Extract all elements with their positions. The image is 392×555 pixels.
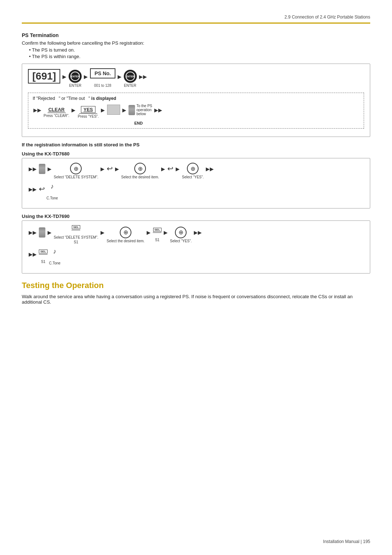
ps-no-box: PS No.	[90, 68, 115, 78]
double-arrow-3: ▶▶	[154, 107, 162, 113]
ctone-item-2: ♪ C.Tone	[49, 248, 61, 265]
testing-operation-body: Walk around the service area while havin…	[22, 294, 370, 305]
sel-s1-1: SEL Select “DELETE SYSTEM”. S1	[54, 225, 98, 244]
td7690-row1: ▶▶ ▶ SEL Select “DELETE SYSTEM”. S1 ▶	[28, 225, 364, 244]
if-text: If "Rejected " or "Time out " is display…	[33, 96, 116, 101]
clear-label: CLEAR	[48, 107, 65, 112]
da-6: ▶▶	[29, 251, 37, 257]
page-footer: Installation Manual | 195	[323, 539, 370, 544]
sel-s1-3: SEL S1	[39, 250, 48, 264]
using-kx-td7680-heading: Using the KX-TD7680	[22, 151, 370, 157]
select-delete: Select “DELETE SYSTEM”.	[54, 175, 98, 179]
da-3: ▶▶	[29, 186, 37, 192]
page-header: 2.9 Connection of 2.4 GHz Portable Stati…	[22, 15, 370, 24]
press-yes-label: Press “YES”.	[78, 114, 99, 118]
ctone-item: ♪ C.Tone	[46, 183, 58, 200]
a-2: ▶	[101, 166, 105, 172]
arrow-5: ▶	[101, 107, 105, 113]
confirm-icon-2: ↩	[167, 164, 173, 178]
select-delete-2: Select “DELETE SYSTEM”.	[54, 235, 98, 239]
s1-label-2: S1	[155, 238, 159, 242]
arrow-4: ▶	[72, 107, 75, 113]
main-flow-row: [691] ▶ ENTER ENTER ▶ PS No. 001 to 128	[28, 68, 364, 89]
range-text: 001 to 128	[94, 84, 111, 88]
nav-icon-1: ⊕ Select “DELETE SYSTEM”.	[54, 163, 98, 179]
nav-icon-2: ⊕ Select the desired item.	[121, 163, 159, 179]
footer-page: 195	[363, 539, 370, 544]
select-desired: Select the desired item.	[121, 175, 159, 179]
if-condition-text: If "Rejected " or "Time out " is display…	[33, 96, 359, 101]
sel-s1-2: SEL S1	[153, 228, 162, 242]
arrow-2: ▶	[84, 74, 88, 80]
confirm-icon-3: ↩	[39, 185, 45, 198]
da-5: ▶▶	[194, 230, 202, 235]
td7680-row1: ▶▶ ▶ ⊕ Select “DELETE SYSTEM”. ▶ ↩ ▶	[28, 163, 364, 179]
arrow-1: ▶	[62, 74, 66, 80]
yes-item: YES Press “YES”.	[78, 106, 99, 118]
double-arrow-2: ▶▶	[33, 107, 41, 113]
scroll-icon-1: ⊕	[70, 163, 82, 174]
clear-item: CLEAR Press “CLEAR”.	[44, 107, 69, 118]
select-yes: Select “YES”.	[182, 175, 204, 179]
diagram-1: [691] ▶ ENTER ENTER ▶ PS No. 001 to 128	[22, 64, 370, 137]
arrow-6: ▶	[122, 107, 126, 113]
ctone-icon-2: ♪	[53, 248, 56, 255]
ps-no-item: PS No. 001 to 128	[90, 68, 115, 89]
a-3: ▶	[115, 166, 119, 172]
if-condition-box: If "Rejected " or "Time out " is display…	[28, 93, 364, 129]
phone-icon-2	[39, 227, 45, 238]
sel-container-2: SEL	[153, 228, 162, 233]
scroll-icon-2: ⊕	[134, 163, 146, 174]
ps-termination-section: PS Termination Confirm the following bef…	[22, 32, 370, 274]
a-8: ▶	[147, 230, 151, 235]
select-yes-2: Select “YES”.	[170, 239, 192, 243]
to-ps-item: To the PSoperationbelow	[136, 104, 152, 120]
key-691: [691]	[28, 69, 60, 84]
if-stored-heading: If the registration information is still…	[22, 142, 370, 147]
s1-label-3: S1	[41, 260, 45, 264]
a-6: ▶	[48, 230, 52, 235]
testing-operation-heading: Testing the Operation	[22, 281, 370, 290]
s1-label-1: S1	[74, 240, 78, 244]
sel-btn-3: SEL	[39, 250, 48, 254]
ps-termination-heading: PS Termination	[22, 32, 370, 38]
using-kx-td7690-heading: Using the KX-TD7690	[22, 214, 370, 219]
testing-operation-section: Testing the Operation Walk around the se…	[22, 281, 370, 305]
ctone-label-2: C.Tone	[49, 261, 61, 265]
phone-item	[128, 105, 135, 119]
a-7: ▶	[101, 230, 105, 235]
section-reference: 2.9 Connection of 2.4 GHz Portable Stati…	[285, 15, 370, 20]
enter-btn-2: ENTER ENTER	[124, 70, 137, 88]
select-desired-2: Select the desired item.	[107, 239, 145, 243]
ctone-icon: ♪	[50, 183, 54, 190]
blank-box	[107, 105, 120, 120]
footer-text: Installation Manual	[323, 539, 359, 544]
ctone-label: C.Tone	[46, 196, 58, 200]
phone-item-1	[39, 164, 45, 178]
scroll-icon-3: ⊕	[187, 163, 199, 174]
press-clear-label: Press “CLEAR”.	[44, 114, 69, 118]
diagram-3: ▶▶ ▶ SEL Select “DELETE SYSTEM”. S1 ▶	[22, 220, 370, 274]
phone-icon	[128, 105, 135, 115]
sel-btn-2: SEL	[153, 228, 162, 232]
enter-label-2: ENTER	[124, 84, 136, 88]
a-4: ▶	[161, 166, 165, 172]
scroll-icon-4: ⊕	[120, 227, 131, 238]
phone-icon-1	[39, 164, 45, 174]
arrow-3: ▶	[118, 74, 122, 80]
ps-termination-bullets: The PS is turned on. The PS is within ra…	[29, 47, 370, 59]
yes-label: YES	[81, 106, 95, 113]
a-9: ▶	[164, 230, 168, 235]
td7680-row2: ▶▶ ↩ ♪ C.Tone	[28, 183, 364, 200]
sel-container-3: SEL	[39, 250, 48, 255]
da-4: ▶▶	[29, 230, 37, 235]
nav-icon-3: ⊕ Select “YES”.	[182, 163, 204, 179]
a-1: ▶	[48, 166, 52, 172]
confirm-icon-1: ↩	[107, 164, 113, 178]
sel-container-1: SEL	[72, 225, 80, 230]
scroll-icon-5: ⊕	[175, 227, 187, 238]
double-arrow-1: ▶▶	[139, 74, 147, 80]
td7690-row2: ▶▶ SEL S1 ♪ C.Tone	[28, 248, 364, 265]
key-691-item: [691]	[28, 69, 60, 89]
if-flow-row: ▶▶ CLEAR Press “CLEAR”. ▶ YES Press “YES…	[33, 104, 359, 120]
